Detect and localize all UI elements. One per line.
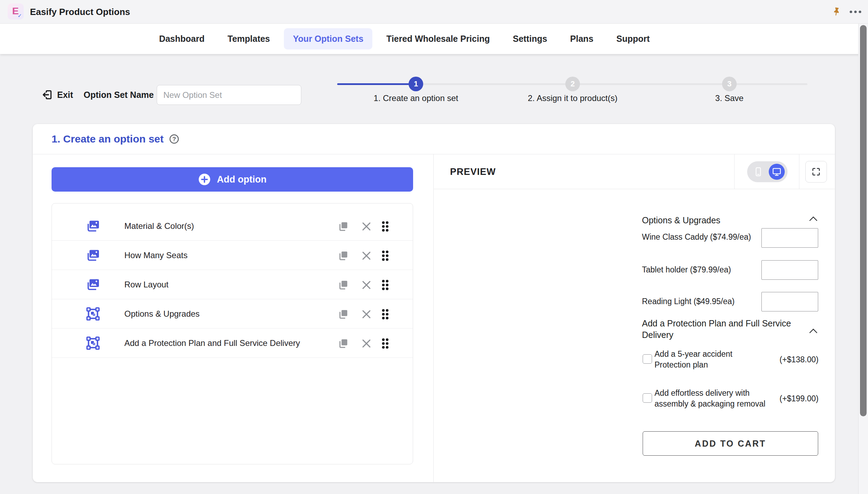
option-row-protection-plan[interactable]: Add a Protection Plan and Full Service D… bbox=[52, 329, 413, 358]
scrollbar-track[interactable] bbox=[858, 24, 868, 494]
nav-item-tiered-wholesale-pricing[interactable]: Tiered Wholesale Pricing bbox=[377, 28, 499, 49]
device-toggle bbox=[747, 161, 788, 182]
preview-field-input-reading-light[interactable] bbox=[761, 292, 818, 311]
app-logo-icon: E ✓ bbox=[8, 3, 24, 20]
fullscreen-icon bbox=[811, 167, 821, 177]
app-logo-check: ✓ bbox=[17, 13, 22, 19]
mobile-icon bbox=[753, 167, 764, 177]
nav-item-templates[interactable]: Templates bbox=[218, 28, 279, 49]
chevron-up-icon[interactable] bbox=[808, 215, 819, 222]
checkbox-price: (+$199.00) bbox=[749, 394, 819, 403]
ellipsis-menu-icon[interactable] bbox=[848, 9, 862, 15]
preview-field-label: Tablet holder ($79.99/ea) bbox=[642, 265, 731, 275]
checkbox-price: (+$138.00) bbox=[749, 355, 819, 364]
divider bbox=[734, 154, 735, 189]
nav-item-plans[interactable]: Plans bbox=[561, 28, 603, 49]
option-set-builder-card: 1. Create an option set ? Add option bbox=[33, 124, 835, 482]
drag-handle-icon[interactable] bbox=[381, 279, 390, 291]
svg-text:?: ? bbox=[172, 136, 176, 142]
preview-field-label: Wine Class Caddy ($74.99/ea) bbox=[642, 232, 751, 242]
option-set-name-input[interactable] bbox=[157, 85, 301, 105]
mobile-preview-button[interactable] bbox=[751, 164, 766, 179]
option-row-row-layout[interactable]: Row Layout bbox=[52, 270, 413, 299]
delete-icon[interactable] bbox=[361, 221, 372, 232]
add-to-cart-button[interactable]: ADD TO CART bbox=[643, 431, 818, 456]
image-swatch-icon bbox=[85, 248, 101, 263]
help-icon[interactable]: ? bbox=[169, 133, 180, 145]
duplicate-icon[interactable] bbox=[337, 308, 349, 321]
add-option-button[interactable]: Add option bbox=[52, 167, 413, 192]
delete-icon[interactable] bbox=[361, 308, 372, 320]
divider bbox=[799, 154, 799, 189]
option-row-material-colors[interactable]: Material & Color(s) bbox=[52, 211, 413, 241]
delete-icon[interactable] bbox=[361, 250, 372, 262]
preview-group-title: Options & Upgrades bbox=[642, 215, 720, 225]
preview-group-title: Add a Protection Plan and Full Service D… bbox=[642, 318, 816, 341]
protection-plan-checkbox[interactable] bbox=[643, 354, 652, 364]
step-circle-3: 3 bbox=[722, 77, 737, 91]
drag-handle-icon[interactable] bbox=[381, 308, 390, 320]
fullscreen-button[interactable] bbox=[805, 161, 827, 183]
option-label: How Many Seats bbox=[124, 241, 187, 270]
drag-handle-icon[interactable] bbox=[381, 338, 390, 349]
exit-button[interactable]: Exit bbox=[41, 88, 73, 102]
scrollbar-thumb[interactable] bbox=[860, 25, 867, 416]
option-row-how-many-seats[interactable]: How Many Seats bbox=[52, 241, 413, 270]
exit-label: Exit bbox=[57, 90, 73, 100]
image-swatch-icon bbox=[85, 277, 101, 292]
builder-section-header: 1. Create an option set ? bbox=[33, 124, 835, 154]
step-circle-1: 1 bbox=[409, 77, 423, 91]
option-label: Row Layout bbox=[124, 270, 169, 299]
add-option-label: Add option bbox=[217, 174, 266, 185]
delete-icon[interactable] bbox=[361, 279, 372, 291]
duplicate-icon[interactable] bbox=[337, 279, 349, 291]
preview-field-input-tablet-holder[interactable] bbox=[761, 260, 818, 280]
option-label: Options & Upgrades bbox=[124, 299, 200, 329]
duplicate-icon[interactable] bbox=[337, 220, 349, 233]
step-label-2: 2. Assign it to product(s) bbox=[528, 93, 617, 103]
option-set-name-label: Option Set Name bbox=[84, 88, 154, 102]
option-list: Material & Color(s) bbox=[52, 203, 413, 464]
builder-section-title: 1. Create an option set bbox=[52, 133, 164, 145]
options-list-panel: Add option Material & Color(s) bbox=[33, 154, 434, 482]
preview-title: PREVIEW bbox=[450, 154, 496, 189]
stepper-progress bbox=[337, 83, 416, 85]
duplicate-icon[interactable] bbox=[337, 249, 349, 262]
option-label: Material & Color(s) bbox=[124, 211, 194, 241]
chevron-up-icon[interactable] bbox=[808, 327, 819, 334]
nav-item-support[interactable]: Support bbox=[607, 28, 659, 49]
delivery-checkbox[interactable] bbox=[643, 393, 652, 403]
nav-item-settings[interactable]: Settings bbox=[504, 28, 556, 49]
preview-field-input-wine-caddy[interactable] bbox=[761, 228, 818, 248]
button-group-icon bbox=[85, 306, 101, 322]
delete-icon[interactable] bbox=[361, 338, 372, 349]
step-label-1: 1. Create an option set bbox=[374, 93, 458, 103]
option-label: Add a Protection Plan and Full Service D… bbox=[124, 329, 300, 358]
step-circle-2: 2 bbox=[565, 77, 580, 91]
nav-item-your-option-sets[interactable]: Your Option Sets bbox=[284, 28, 372, 49]
desktop-preview-button[interactable] bbox=[769, 164, 785, 180]
drag-handle-icon[interactable] bbox=[381, 221, 390, 232]
app-title: Easify Product Options bbox=[30, 0, 130, 24]
drag-handle-icon[interactable] bbox=[381, 250, 390, 262]
step-label-3: 3. Save bbox=[715, 93, 743, 103]
pushpin-icon[interactable] bbox=[831, 6, 842, 17]
duplicate-icon[interactable] bbox=[337, 337, 349, 350]
plus-icon bbox=[198, 173, 211, 186]
desktop-icon bbox=[772, 167, 782, 177]
nav-item-dashboard[interactable]: Dashboard bbox=[150, 28, 214, 49]
option-row-options-upgrades[interactable]: Options & Upgrades bbox=[52, 299, 413, 329]
app-top-bar: E ✓ Easify Product Options bbox=[0, 0, 868, 24]
button-group-icon bbox=[85, 335, 101, 351]
main-navigation: Dashboard Templates Your Option Sets Tie… bbox=[0, 24, 868, 54]
image-swatch-icon bbox=[85, 218, 101, 234]
preview-field-label: Reading Light ($49.95/ea) bbox=[642, 297, 735, 306]
preview-header: PREVIEW bbox=[434, 154, 835, 189]
exit-icon bbox=[41, 89, 53, 101]
